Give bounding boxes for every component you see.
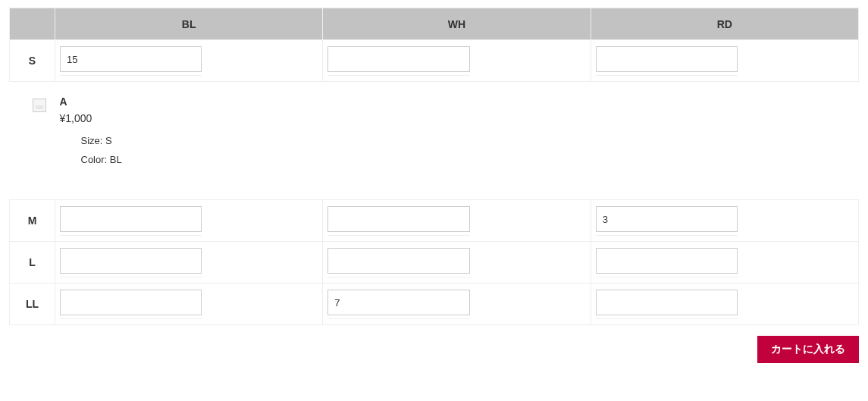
qty-input-ll-bl[interactable]	[60, 290, 202, 315]
detail-size-value: S	[105, 135, 112, 146]
qty-input-l-wh[interactable]	[327, 248, 469, 274]
row-header-ll: LL	[10, 284, 55, 325]
qty-input-l-rd[interactable]	[596, 248, 738, 274]
detail-color-value: BL	[110, 154, 122, 165]
cell-underbar	[327, 235, 469, 238]
row-header-l: L	[10, 242, 55, 284]
add-to-cart-button[interactable]: カートに入れる	[757, 336, 859, 363]
product-name: A	[60, 96, 854, 108]
column-header-bl: BL	[55, 8, 323, 40]
qty-input-s-rd[interactable]	[596, 46, 738, 72]
detail-color: Color: BL	[81, 151, 854, 170]
qty-input-l-bl[interactable]	[60, 248, 202, 274]
column-header-blank	[10, 8, 55, 40]
table-row: M	[10, 200, 859, 242]
variant-detail-content: A ¥1,000 Size: S Color: BL	[60, 96, 854, 169]
column-header-rd: RD	[591, 8, 858, 40]
table-row: LL	[10, 284, 859, 325]
qty-input-s-bl[interactable]	[60, 46, 202, 72]
table-row: L	[10, 242, 859, 284]
cell-underbar	[596, 318, 738, 321]
qty-input-ll-rd[interactable]	[596, 290, 738, 315]
qty-input-m-rd[interactable]	[596, 206, 738, 232]
variant-detail-row: A ¥1,000 Size: S Color: BL	[10, 82, 859, 200]
detail-size: Size: S	[81, 132, 854, 151]
product-price: ¥1,000	[60, 112, 854, 124]
cell-underbar	[60, 277, 202, 280]
qty-input-m-wh[interactable]	[327, 206, 469, 232]
qty-input-ll-wh[interactable]	[327, 290, 469, 315]
qty-input-m-bl[interactable]	[60, 206, 202, 232]
row-header-s: S	[10, 40, 55, 82]
table-row: S	[10, 40, 859, 82]
column-header-wh: WH	[323, 8, 591, 40]
product-thumbnail-icon	[33, 99, 46, 112]
cell-underbar	[60, 318, 202, 321]
cell-underbar	[596, 277, 738, 280]
detail-size-label: Size:	[81, 135, 103, 146]
cell-underbar	[596, 235, 738, 238]
cell-underbar	[60, 75, 202, 78]
cell-underbar	[596, 75, 738, 78]
detail-color-label: Color:	[81, 154, 108, 165]
cell-underbar	[60, 235, 202, 238]
cell-underbar	[327, 318, 469, 321]
cell-underbar	[327, 75, 469, 78]
qty-input-s-wh[interactable]	[327, 46, 469, 72]
cell-underbar	[327, 277, 469, 280]
row-header-m: M	[10, 200, 55, 242]
variant-matrix-table: BL WH RD S A ¥1,000 Size: S	[9, 8, 859, 325]
